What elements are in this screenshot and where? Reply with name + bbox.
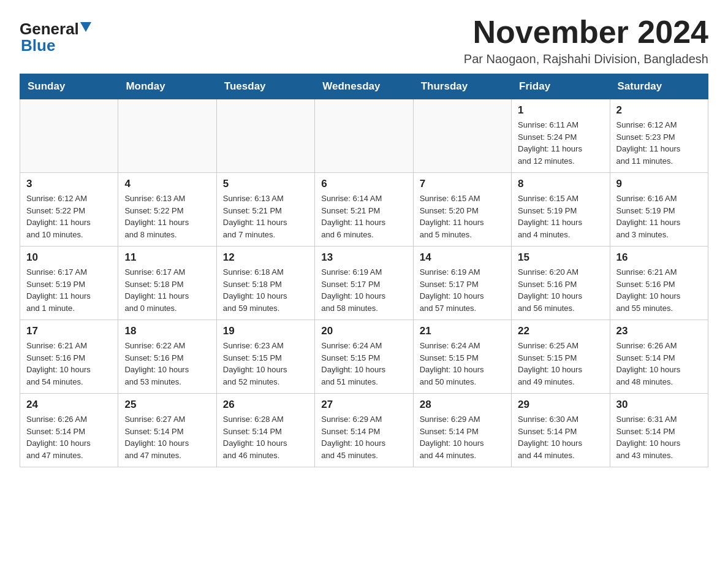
- day-info: Sunrise: 6:18 AMSunset: 5:18 PMDaylight:…: [223, 266, 308, 314]
- day-info: Sunrise: 6:21 AMSunset: 5:16 PMDaylight:…: [26, 340, 112, 388]
- calendar-table: SundayMondayTuesdayWednesdayThursdayFrid…: [20, 74, 708, 467]
- weekday-header-row: SundayMondayTuesdayWednesdayThursdayFrid…: [20, 74, 708, 99]
- day-info: Sunrise: 6:24 AMSunset: 5:15 PMDaylight:…: [321, 340, 406, 388]
- month-year-title: November 2024: [464, 15, 708, 50]
- weekday-header-thursday: Thursday: [413, 74, 511, 99]
- day-number: 10: [26, 251, 112, 264]
- day-number: 24: [26, 399, 112, 411]
- calendar-cell: 12Sunrise: 6:18 AMSunset: 5:18 PMDayligh…: [216, 247, 314, 320]
- day-info: Sunrise: 6:12 AMSunset: 5:23 PMDaylight:…: [616, 119, 702, 167]
- week-row-2: 3Sunrise: 6:12 AMSunset: 5:22 PMDaylight…: [20, 173, 708, 247]
- calendar-cell: 30Sunrise: 6:31 AMSunset: 5:14 PMDayligh…: [610, 394, 708, 467]
- day-info: Sunrise: 6:13 AMSunset: 5:22 PMDaylight:…: [124, 193, 210, 240]
- day-info: Sunrise: 6:14 AMSunset: 5:21 PMDaylight:…: [321, 193, 406, 240]
- location-subtitle: Par Naogaon, Rajshahi Division, Banglade…: [464, 52, 708, 66]
- day-number: 17: [26, 325, 112, 337]
- day-info: Sunrise: 6:15 AMSunset: 5:20 PMDaylight:…: [420, 193, 505, 240]
- calendar-cell: 25Sunrise: 6:27 AMSunset: 5:14 PMDayligh…: [118, 394, 216, 467]
- week-row-1: 1Sunrise: 6:11 AMSunset: 5:24 PMDaylight…: [20, 99, 708, 173]
- calendar-cell: 20Sunrise: 6:24 AMSunset: 5:15 PMDayligh…: [315, 320, 413, 394]
- day-number: 27: [321, 399, 406, 411]
- calendar-cell: 23Sunrise: 6:26 AMSunset: 5:14 PMDayligh…: [610, 320, 708, 394]
- day-number: 23: [616, 325, 702, 337]
- calendar-cell: 11Sunrise: 6:17 AMSunset: 5:18 PMDayligh…: [118, 247, 216, 320]
- calendar-cell: 4Sunrise: 6:13 AMSunset: 5:22 PMDaylight…: [118, 173, 216, 247]
- calendar-cell: 6Sunrise: 6:14 AMSunset: 5:21 PMDaylight…: [315, 173, 413, 247]
- calendar-cell: [20, 99, 118, 173]
- day-info: Sunrise: 6:17 AMSunset: 5:19 PMDaylight:…: [26, 266, 112, 314]
- day-number: 21: [420, 325, 505, 337]
- calendar-cell: 9Sunrise: 6:16 AMSunset: 5:19 PMDaylight…: [610, 173, 708, 247]
- day-info: Sunrise: 6:16 AMSunset: 5:19 PMDaylight:…: [616, 193, 702, 240]
- week-row-5: 24Sunrise: 6:26 AMSunset: 5:14 PMDayligh…: [20, 394, 708, 467]
- weekday-header-wednesday: Wednesday: [315, 74, 413, 99]
- calendar-cell: 13Sunrise: 6:19 AMSunset: 5:17 PMDayligh…: [315, 247, 413, 320]
- day-info: Sunrise: 6:11 AMSunset: 5:24 PMDaylight:…: [518, 119, 603, 167]
- calendar-cell: 1Sunrise: 6:11 AMSunset: 5:24 PMDaylight…: [512, 99, 610, 173]
- day-number: 28: [420, 399, 505, 411]
- weekday-header-sunday: Sunday: [20, 74, 118, 99]
- day-number: 13: [321, 251, 406, 264]
- weekday-header-saturday: Saturday: [610, 74, 708, 99]
- logo-blue-text: Blue: [21, 36, 55, 55]
- day-number: 3: [26, 178, 112, 190]
- day-info: Sunrise: 6:12 AMSunset: 5:22 PMDaylight:…: [26, 193, 112, 240]
- day-number: 8: [518, 178, 603, 190]
- calendar-cell: 2Sunrise: 6:12 AMSunset: 5:23 PMDaylight…: [610, 99, 708, 173]
- day-info: Sunrise: 6:17 AMSunset: 5:18 PMDaylight:…: [124, 266, 210, 314]
- day-info: Sunrise: 6:19 AMSunset: 5:17 PMDaylight:…: [420, 266, 505, 314]
- calendar-cell: [315, 99, 413, 173]
- day-info: Sunrise: 6:20 AMSunset: 5:16 PMDaylight:…: [518, 266, 603, 314]
- calendar-cell: 3Sunrise: 6:12 AMSunset: 5:22 PMDaylight…: [20, 173, 118, 247]
- day-info: Sunrise: 6:31 AMSunset: 5:14 PMDaylight:…: [616, 413, 702, 461]
- day-info: Sunrise: 6:28 AMSunset: 5:14 PMDaylight:…: [223, 413, 308, 461]
- day-info: Sunrise: 6:21 AMSunset: 5:16 PMDaylight:…: [616, 266, 702, 314]
- logo: General Blue: [20, 15, 91, 55]
- calendar-cell: 22Sunrise: 6:25 AMSunset: 5:15 PMDayligh…: [512, 320, 610, 394]
- day-number: 25: [124, 399, 210, 411]
- calendar-cell: 7Sunrise: 6:15 AMSunset: 5:20 PMDaylight…: [413, 173, 511, 247]
- day-number: 4: [124, 178, 210, 190]
- day-info: Sunrise: 6:30 AMSunset: 5:14 PMDaylight:…: [518, 413, 603, 461]
- day-number: 1: [518, 104, 603, 117]
- calendar-cell: 19Sunrise: 6:23 AMSunset: 5:15 PMDayligh…: [216, 320, 314, 394]
- calendar-cell: 14Sunrise: 6:19 AMSunset: 5:17 PMDayligh…: [413, 247, 511, 320]
- day-info: Sunrise: 6:29 AMSunset: 5:14 PMDaylight:…: [420, 413, 505, 461]
- calendar-cell: 15Sunrise: 6:20 AMSunset: 5:16 PMDayligh…: [512, 247, 610, 320]
- calendar-cell: 28Sunrise: 6:29 AMSunset: 5:14 PMDayligh…: [413, 394, 511, 467]
- calendar-cell: 17Sunrise: 6:21 AMSunset: 5:16 PMDayligh…: [20, 320, 118, 394]
- day-info: Sunrise: 6:19 AMSunset: 5:17 PMDaylight:…: [321, 266, 406, 314]
- page-header: General Blue November 2024 Par Naogaon, …: [20, 15, 708, 66]
- calendar-cell: 5Sunrise: 6:13 AMSunset: 5:21 PMDaylight…: [216, 173, 314, 247]
- day-number: 15: [518, 251, 603, 264]
- day-number: 29: [518, 399, 603, 411]
- day-info: Sunrise: 6:25 AMSunset: 5:15 PMDaylight:…: [518, 340, 603, 388]
- calendar-cell: 21Sunrise: 6:24 AMSunset: 5:15 PMDayligh…: [413, 320, 511, 394]
- day-info: Sunrise: 6:26 AMSunset: 5:14 PMDaylight:…: [26, 413, 112, 461]
- calendar-cell: [118, 99, 216, 173]
- day-info: Sunrise: 6:26 AMSunset: 5:14 PMDaylight:…: [616, 340, 702, 388]
- day-info: Sunrise: 6:23 AMSunset: 5:15 PMDaylight:…: [223, 340, 308, 388]
- day-info: Sunrise: 6:15 AMSunset: 5:19 PMDaylight:…: [518, 193, 603, 240]
- day-info: Sunrise: 6:22 AMSunset: 5:16 PMDaylight:…: [124, 340, 210, 388]
- calendar-cell: 18Sunrise: 6:22 AMSunset: 5:16 PMDayligh…: [118, 320, 216, 394]
- day-number: 11: [124, 251, 210, 264]
- day-number: 16: [616, 251, 702, 264]
- day-number: 14: [420, 251, 505, 264]
- day-info: Sunrise: 6:24 AMSunset: 5:15 PMDaylight:…: [420, 340, 505, 388]
- calendar-cell: [216, 99, 314, 173]
- day-number: 18: [124, 325, 210, 337]
- logo-triangle-icon: [80, 22, 91, 33]
- calendar-cell: 29Sunrise: 6:30 AMSunset: 5:14 PMDayligh…: [512, 394, 610, 467]
- calendar-cell: 26Sunrise: 6:28 AMSunset: 5:14 PMDayligh…: [216, 394, 314, 467]
- day-number: 19: [223, 325, 308, 337]
- day-number: 6: [321, 178, 406, 190]
- day-info: Sunrise: 6:13 AMSunset: 5:21 PMDaylight:…: [223, 193, 308, 240]
- day-number: 2: [616, 104, 702, 117]
- day-number: 5: [223, 178, 308, 190]
- weekday-header-monday: Monday: [118, 74, 216, 99]
- weekday-header-friday: Friday: [512, 74, 610, 99]
- day-number: 12: [223, 251, 308, 264]
- calendar-cell: 27Sunrise: 6:29 AMSunset: 5:14 PMDayligh…: [315, 394, 413, 467]
- day-number: 7: [420, 178, 505, 190]
